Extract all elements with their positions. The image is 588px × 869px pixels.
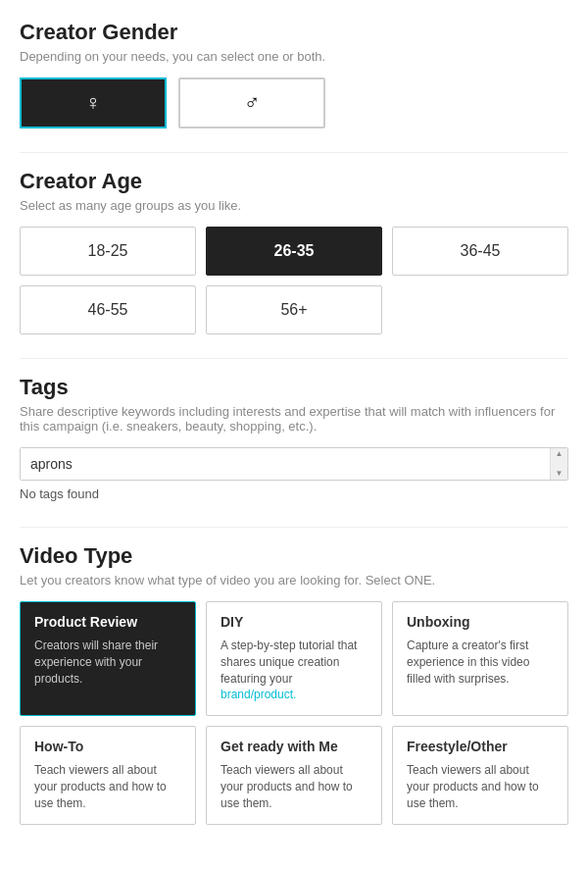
video-card-product-review-title: Product Review [34,614,181,630]
video-card-diy-desc: A step-by-step tutorial that shares uniq… [220,638,368,703]
divider-1 [20,152,568,153]
age-button-group: 18-25 26-35 36-45 46-55 56+ [20,227,568,334]
creator-gender-title: Creator Gender [20,20,568,45]
video-card-diy[interactable]: DIY A step-by-step tutorial that shares … [206,601,382,716]
video-card-get-ready-desc: Teach viewers all about your products an… [220,762,368,811]
gender-female-button[interactable]: ♀ [20,77,167,128]
video-card-unboxing-title: Unboxing [407,614,554,630]
video-type-section: Video Type Let you creators know what ty… [20,543,568,825]
tags-no-result: No tags found [20,481,568,503]
creator-gender-desc: Depending on your needs, you can select … [20,49,568,64]
video-card-product-review-desc: Creators will share their experience wit… [34,638,181,687]
age-btn-18-25[interactable]: 18-25 [20,227,196,276]
tags-desc: Share descriptive keywords including int… [20,404,568,434]
video-card-freestyle[interactable]: Freestyle/Other Teach viewers all about … [392,726,568,824]
tags-title: Tags [20,375,568,400]
divider-2 [20,358,568,359]
gender-button-group: ♀ ♂ [20,77,568,128]
age-btn-46-55[interactable]: 46-55 [20,285,196,334]
scroll-up-arrow[interactable]: ▲ [556,450,564,458]
video-card-diy-title: DIY [220,614,368,630]
diy-highlight: brand/product. [220,688,296,701]
tags-input[interactable] [21,448,567,480]
gender-male-button[interactable]: ♂ [178,77,325,128]
creator-age-section: Creator Age Select as many age groups as… [20,169,568,334]
male-icon: ♂ [244,90,261,116]
creator-gender-section: Creator Gender Depending on your needs, … [20,20,568,128]
tags-input-wrapper: ▲ ▼ [20,447,568,481]
video-card-get-ready-title: Get ready with Me [220,739,368,754]
creator-age-title: Creator Age [20,169,568,194]
video-type-title: Video Type [20,543,568,569]
creator-age-desc: Select as many age groups as you like. [20,198,568,213]
age-btn-56plus[interactable]: 56+ [206,285,382,334]
video-card-freestyle-desc: Teach viewers all about your products an… [407,762,554,811]
video-type-desc: Let you creators know what type of video… [20,573,568,588]
female-icon: ♀ [85,90,102,116]
video-card-product-review[interactable]: Product Review Creators will share their… [20,601,196,716]
age-btn-26-35[interactable]: 26-35 [206,227,382,276]
scroll-down-arrow[interactable]: ▼ [556,470,564,478]
age-btn-36-45[interactable]: 36-45 [392,227,568,276]
tags-section: Tags Share descriptive keywords includin… [20,375,568,503]
video-card-freestyle-title: Freestyle/Other [407,739,554,754]
video-card-how-to-title: How-To [34,739,181,754]
tags-scrollbar: ▲ ▼ [550,448,567,480]
divider-3 [20,527,568,528]
video-card-how-to-desc: Teach viewers all about your products an… [34,762,181,811]
video-card-unboxing-desc: Capture a creator's first experience in … [407,638,554,687]
video-card-grid: Product Review Creators will share their… [20,601,568,825]
video-card-get-ready[interactable]: Get ready with Me Teach viewers all abou… [206,726,382,824]
video-card-how-to[interactable]: How-To Teach viewers all about your prod… [20,726,196,824]
video-card-unboxing[interactable]: Unboxing Capture a creator's first exper… [392,601,568,716]
